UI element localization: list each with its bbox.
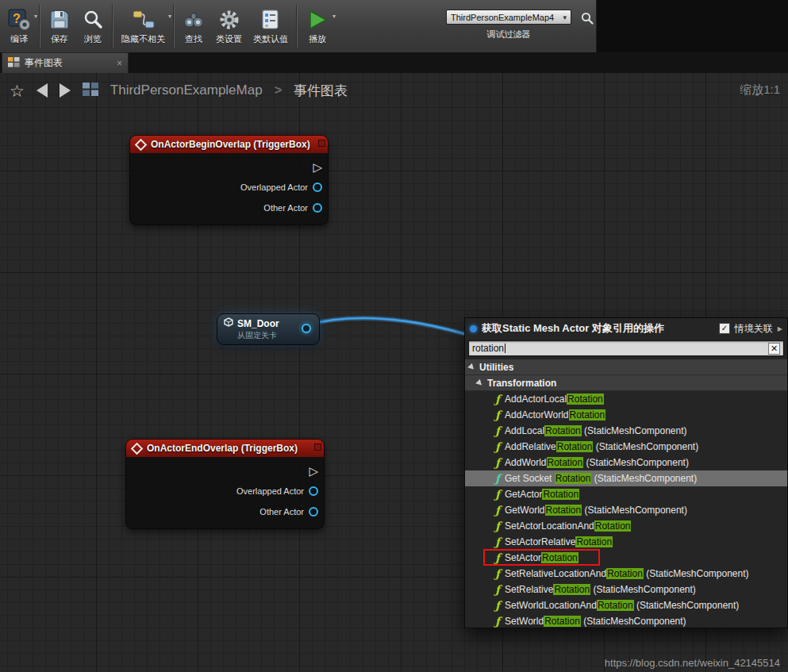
menu-item-setactorrelativerotation[interactable]: ƒSetActorRelativeRotation — [465, 534, 787, 550]
chevron-down-icon[interactable]: ▾ — [332, 13, 336, 20]
node-onactorendoverlap[interactable]: OnActorEndOverlap (TriggerBox) ▷ Overlap… — [125, 439, 325, 529]
menu-item-getactorrotation[interactable]: ƒGetActorRotation — [465, 486, 787, 502]
menu-item-label: SetActorLocationAndRotation — [505, 520, 631, 532]
menu-item-setworldlocationandrotation[interactable]: ƒSetWorldLocationAndRotation (StaticMesh… — [465, 597, 787, 613]
function-icon: ƒ — [495, 473, 500, 484]
search-icon[interactable] — [580, 11, 594, 25]
exec-out-pin-icon[interactable]: ▷ — [309, 465, 318, 477]
function-icon: ƒ — [495, 616, 500, 627]
toolbar-button-class-defaults[interactable]: 类默认值 — [248, 0, 294, 52]
tab-event-graph[interactable]: 事件图表 × — [2, 52, 129, 73]
debug-filter-label: 调试过滤器 — [487, 29, 531, 40]
toolbar-button-label: 查找 — [185, 33, 202, 45]
function-icon: ƒ — [495, 520, 500, 532]
menu-item-addactorworldrotation[interactable]: ƒAddActorWorldRotation — [465, 407, 787, 423]
static-mesh-cube-icon — [224, 317, 233, 329]
forward-arrow-icon[interactable] — [60, 83, 71, 98]
menu-item-label: Get Socket Rotation (StaticMeshComponent… — [505, 473, 697, 484]
menu-item-label: GetWorldRotation (StaticMeshComponent) — [505, 505, 687, 516]
category-label: Utilities — [479, 362, 513, 373]
category-utilities[interactable]: Utilities — [465, 359, 787, 375]
pin-label: Other Actor — [259, 507, 304, 516]
object-pin-icon[interactable] — [309, 486, 318, 496]
back-arrow-icon[interactable] — [37, 83, 48, 98]
object-output-pin-icon[interactable] — [302, 324, 311, 333]
menu-item-addrelativerotation[interactable]: ƒAddRelativeRotation (StaticMeshComponen… — [465, 439, 787, 455]
menu-item-setactorlocationandrotation[interactable]: ƒSetActorLocationAndRotation — [465, 518, 787, 534]
toolbar-button-find[interactable]: 查找 — [177, 0, 210, 52]
breadcrumb-root[interactable]: ThirdPersonExampleMap — [110, 83, 263, 98]
node-sm-door[interactable]: SM_Door 从固定关卡 — [217, 313, 320, 345]
node-title: OnActorEndOverlap (TriggerBox) — [147, 443, 298, 454]
exec-out-pin-icon[interactable]: ▷ — [313, 161, 322, 173]
chevron-down-icon[interactable]: ▾ — [168, 13, 171, 20]
object-pin-icon[interactable] — [313, 203, 322, 213]
menu-item-getsocketrotation[interactable]: ƒGet Socket Rotation (StaticMeshComponen… — [465, 470, 787, 486]
toolbar-button-label: 类设置 — [216, 33, 242, 45]
toolbar-button-browse[interactable]: 浏览 — [76, 0, 110, 52]
bookmark-star-icon[interactable]: ☆ — [10, 83, 25, 99]
function-icon: ƒ — [495, 409, 500, 420]
browse-icon — [82, 7, 104, 33]
node-title: SM_Door — [237, 318, 279, 329]
text-caret — [505, 344, 505, 353]
category-transformation[interactable]: Transformation — [465, 375, 787, 391]
blueprint-wire-glow — [306, 318, 465, 334]
pin-label: Other Actor — [263, 203, 308, 213]
node-onactorbeginoverlap[interactable]: OnActorBeginOverlap (TriggerBox) ▷ Overl… — [129, 135, 329, 225]
watermark-text: https://blog.csdn.net/weixin_42145514 — [605, 657, 780, 669]
node-header[interactable]: OnActorBeginOverlap (TriggerBox) — [129, 135, 329, 153]
node-title: OnActorBeginOverlap (TriggerBox) — [151, 139, 310, 150]
main-toolbar: ?▾编译保存浏览▾隐藏不相关查找类设置类默认值▾播放 ThirdPersonEx… — [0, 0, 788, 53]
menu-item-setactorrotation[interactable]: ƒSetActorRotation — [465, 550, 787, 566]
action-menu-header: 获取Static Mesh Actor 对象引用的操作 ✓ 情境关联 ▶ — [465, 318, 787, 339]
toolbar-button-save[interactable]: 保存 — [43, 0, 76, 52]
toolbar-button-play[interactable]: ▾播放 — [300, 0, 335, 52]
action-search-input[interactable]: rotation ✕ — [468, 340, 784, 356]
save-icon — [48, 7, 71, 33]
menu-item-getworldrotation[interactable]: ƒGetWorldRotation (StaticMeshComponent) — [465, 502, 787, 518]
zoom-level: 缩放1:1 — [740, 83, 780, 98]
play-icon — [306, 7, 329, 33]
class-settings-icon — [218, 7, 240, 33]
blueprint-grid-icon — [83, 83, 98, 99]
toolbar-button-hide-unrelated[interactable]: ▾隐藏不相关 — [116, 0, 171, 52]
node-header[interactable]: OnActorEndOverlap (TriggerBox) — [125, 439, 325, 457]
function-icon: ƒ — [495, 568, 500, 579]
graph-canvas[interactable]: ☆ ThirdPersonExampleMap > 事件图表 缩放1:1 OnA… — [0, 73, 788, 672]
menu-item-label: GetActorRotation — [505, 489, 579, 500]
menu-item-addworldrotation[interactable]: ƒAddWorldRotation (StaticMeshComponent) — [465, 455, 787, 470]
toolbar-button-compile[interactable]: ?▾编译 — [2, 0, 37, 52]
debug-filter-combobox[interactable]: ThirdPersonExampleMap4 ▾ — [446, 10, 571, 25]
clear-search-icon[interactable]: ✕ — [768, 343, 780, 355]
object-pin-icon[interactable] — [313, 182, 322, 192]
toolbar-separator — [39, 5, 40, 48]
menu-item-label: SetRelativeLocationAndRotation (StaticMe… — [505, 568, 749, 579]
blueprint-wire[interactable] — [306, 318, 465, 334]
toolbar-separator — [296, 5, 298, 48]
menu-item-setworldrotation[interactable]: ƒSetWorldRotation (StaticMeshComponent) — [465, 613, 787, 628]
close-icon[interactable]: × — [117, 58, 122, 69]
event-diamond-icon — [131, 442, 144, 455]
context-sensitive-checkbox[interactable]: ✓ — [719, 323, 730, 334]
object-pin-icon[interactable] — [309, 507, 318, 516]
menu-item-addlocalrotation[interactable]: ƒAddLocalRotation (StaticMeshComponent) — [465, 423, 787, 439]
menu-item-label: SetRelativeRotation (StaticMeshComponent… — [505, 584, 696, 595]
category-label: Transformation — [487, 378, 556, 389]
menu-item-label: AddLocalRotation (StaticMeshComponent) — [505, 425, 686, 436]
document-tab-bar: 事件图表 × — [0, 52, 788, 73]
menu-item-label: SetActorRelativeRotation — [505, 536, 613, 547]
menu-item-setrelativelocationandrotation[interactable]: ƒSetRelativeLocationAndRotation (StaticM… — [465, 566, 787, 582]
function-icon: ƒ — [495, 457, 500, 468]
menu-item-addactorlocalrotation[interactable]: ƒAddActorLocalRotation — [465, 391, 787, 407]
function-icon: ƒ — [495, 425, 500, 436]
unreal-blueprint-editor: { "toolbar": { "buttons": [ {"id":"compi… — [0, 0, 788, 672]
chevron-down-icon[interactable]: ▾ — [563, 13, 567, 21]
node-corner-chip — [318, 140, 325, 147]
menu-item-setrelativerotation[interactable]: ƒSetRelativeRotation (StaticMeshComponen… — [465, 582, 787, 597]
toolbar-button-label: 隐藏不相关 — [121, 33, 165, 45]
menu-expander-icon[interactable]: ▶ — [778, 325, 782, 332]
toolbar-button-class-settings[interactable]: 类设置 — [210, 0, 248, 52]
toolbar-button-label: 类默认值 — [253, 33, 288, 45]
chevron-down-icon[interactable]: ▾ — [34, 13, 37, 20]
